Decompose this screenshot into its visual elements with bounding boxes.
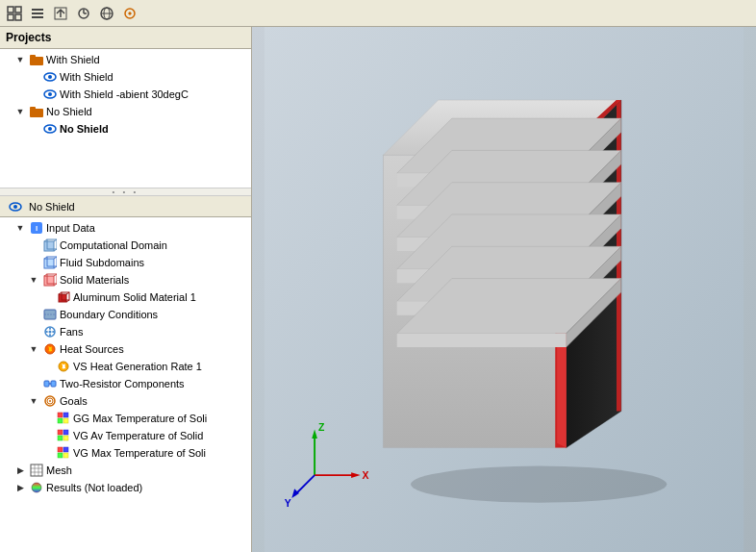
toolbar-btn-1[interactable] [4,3,25,24]
goals-label: Goals [60,395,88,407]
svg-rect-67 [58,436,63,440]
mesh-label: Mesh [46,464,72,476]
aluminum-icon [56,289,71,305]
svg-rect-70 [63,447,68,452]
input-data-label: Input Data [46,222,95,234]
tree-fluid-sub[interactable]: Fluid Subdomains [0,254,251,271]
tree-boundary[interactable]: Boundary Conditions [0,306,251,323]
separator: • • • [0,188,251,196]
svg-rect-2 [8,14,13,20]
toolbar-btn-6[interactable] [119,3,140,24]
boundary-label: Boundary Conditions [60,309,158,320]
with-shield-2-label: With Shield -abient 30degC [60,88,189,100]
svg-rect-1 [15,7,21,13]
heat-sources-label: Heat Sources [60,343,124,355]
tree-heat-sources[interactable]: ▼ Heat Sources [0,340,251,358]
comp-domain-label: Computational Domain [60,239,167,251]
tree-item-with-shield-2[interactable]: With Shield -abient 30degC [0,86,251,103]
svg-point-52 [49,331,52,334]
vg-max-icon [56,445,71,461]
tree-aluminum[interactable]: Aluminum Solid Material 1 [0,289,251,306]
svg-text:I: I [36,224,38,233]
vg-av-label: VG Av Temperature of Solid [73,430,203,441]
no-expand-fans [27,325,40,339]
current-item-label: No Shield [29,201,75,213]
svg-rect-44 [59,294,66,302]
with-shield-1-label: With Shield [60,71,113,83]
tree-item-with-shield-1[interactable]: With Shield [0,68,251,86]
main-content: Projects ▼ With Shield With Shield [0,27,756,552]
svg-rect-6 [32,16,43,18]
no-expand-al [40,290,54,304]
projects-header: Projects [0,27,251,49]
tree-results[interactable]: ▶ Results (Not loaded) [0,479,251,496]
tree-item-with-shield-root[interactable]: ▼ With Shield [0,51,251,68]
svg-rect-4 [32,9,43,11]
svg-marker-105 [397,334,567,347]
no-expand-bc [27,308,40,321]
svg-rect-63 [58,418,63,423]
expand-with-shield[interactable]: ▼ [13,53,27,66]
svg-point-80 [411,466,667,503]
no-expand-3 [27,122,40,136]
svg-point-26 [13,205,17,209]
vs-heat-label: VS Heat Generation Rate 1 [73,361,202,372]
svg-point-18 [48,75,52,79]
tree-solid-mat[interactable]: ▼ Solid Materials [0,271,251,289]
tree-fans[interactable]: Fans [0,323,251,340]
toolbar-btn-4[interactable] [73,3,94,24]
tree-vs-heat[interactable]: VS Heat Generation Rate 1 [0,358,251,375]
tree-vg-av[interactable]: VG Av Temperature of Solid [0,427,251,444]
expand-input-data[interactable]: ▼ [13,221,27,235]
tree-input-data[interactable]: ▼ I Input Data [0,219,251,237]
expand-results[interactable]: ▶ [13,481,27,494]
tree-vg-max[interactable]: VG Max Temperature of Soli [0,444,251,462]
svg-rect-71 [58,453,63,458]
current-eye-icon [8,199,23,214]
tree-comp-domain[interactable]: Computational Domain [0,237,251,254]
expand-heat-sources[interactable]: ▼ [27,342,40,356]
svg-rect-62 [63,413,68,417]
right-panel: Z X Y [252,27,756,552]
no-expand-gg [40,412,54,425]
expand-no-shield[interactable]: ▼ [13,105,27,118]
toolbar [0,0,756,27]
tree-item-no-shield-root[interactable]: ▼ No Shield [0,103,251,120]
no-expand-vgmax [40,446,54,460]
expand-mesh[interactable]: ▶ [13,464,27,477]
expand-solid-mat[interactable]: ▼ [27,273,40,287]
no-shield-child-label: No Shield [60,123,109,135]
expand-goals[interactable]: ▼ [27,394,40,408]
results-icon [29,480,44,495]
mesh-icon [29,463,44,478]
gg-max-icon [56,411,71,426]
goals-icon [42,393,58,409]
svg-rect-0 [8,7,13,13]
svg-point-24 [48,127,52,131]
tree-item-no-shield-child[interactable]: No Shield [0,120,251,138]
with-shield-root-label: With Shield [46,54,100,65]
svg-rect-64 [63,418,68,423]
no-expand-vgav [40,429,54,442]
toolbar-btn-2[interactable] [27,3,48,24]
two-resistor-icon [42,376,58,391]
svg-rect-5 [32,13,43,14]
dots: • • • [113,188,139,196]
tree-mesh[interactable]: ▶ Mesh [0,462,251,479]
vg-max-label: VG Max Temperature of Soli [73,447,206,459]
tree-two-resistor[interactable]: Two-Resistor Components [0,375,251,392]
current-item-bar: No Shield [0,196,251,217]
tree-gg-max[interactable]: GG Max Temperature of Soli [0,410,251,427]
svg-rect-56 [51,381,56,387]
tree-goals[interactable]: ▼ Goals [0,392,251,410]
input-data-icon: I [29,220,44,236]
svg-rect-55 [44,381,49,387]
results-label: Results (Not loaded) [46,482,142,493]
vg-av-icon [56,428,71,443]
svg-rect-73 [31,464,42,476]
no-expand-2 [27,88,40,101]
toolbar-btn-5[interactable] [96,3,117,24]
toolbar-btn-3[interactable] [50,3,71,24]
svg-rect-3 [15,14,21,20]
svg-text:X: X [363,470,369,481]
